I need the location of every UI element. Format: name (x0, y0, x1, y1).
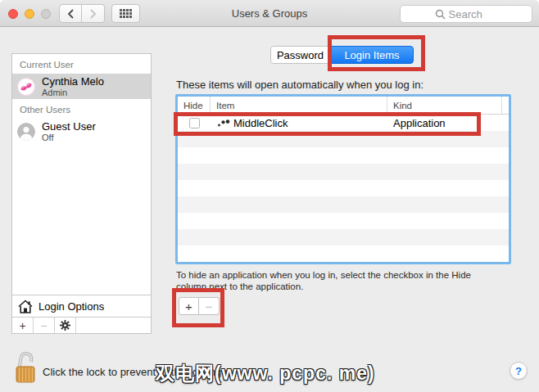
search-input[interactable] (449, 8, 498, 20)
search-icon (435, 9, 446, 20)
sidebar-toolbar: + − (12, 317, 151, 333)
empty-table-row[interactable] (178, 147, 509, 164)
login-options-label: Login Options (38, 300, 104, 313)
user-role: Admin (42, 88, 104, 97)
user-actions-button[interactable] (55, 318, 76, 333)
user-status: Off (42, 133, 96, 142)
users-groups-window: Users & Groups Current User Cynthia Melo… (0, 0, 539, 392)
add-user-button[interactable]: + (12, 318, 34, 333)
current-user-label: Current User (12, 54, 151, 74)
lips-avatar (17, 78, 35, 96)
column-header-kind[interactable]: Kind (387, 97, 502, 114)
tab-password[interactable]: Password (270, 46, 330, 64)
unlocked-padlock-icon[interactable] (15, 351, 38, 384)
column-header-item[interactable]: Item (211, 97, 387, 114)
help-button[interactable]: ? (510, 362, 528, 380)
sidebar-item-cynthia-melo[interactable]: Cynthia Melo Admin (12, 74, 151, 99)
home-icon (18, 300, 33, 313)
empty-table-row[interactable] (178, 229, 509, 246)
user-name: Guest User (42, 121, 96, 133)
column-header-hide[interactable]: Hide (178, 97, 211, 114)
empty-table-row[interactable] (178, 213, 509, 229)
watermark-text: 双电网(www. pcpc. me) (156, 361, 375, 386)
empty-table-row[interactable] (178, 180, 509, 196)
person-avatar (17, 123, 35, 141)
remove-user-button[interactable]: − (34, 318, 55, 333)
column-header-gutter (502, 97, 509, 114)
login-items-description: These items will open automatically when… (176, 79, 424, 91)
other-users-label: Other Users (12, 99, 151, 119)
user-name: Cynthia Melo (42, 76, 104, 88)
empty-table-row[interactable] (178, 246, 509, 262)
empty-table-row[interactable] (178, 164, 509, 180)
title-bar: Users & Groups (0, 0, 539, 27)
user-list-sidebar: Current User Cynthia Melo Admin Other Us… (11, 53, 152, 334)
sidebar-item-guest-user[interactable]: Guest User Off (12, 119, 151, 144)
search-field[interactable] (400, 5, 532, 23)
annotation-box-add-remove (172, 288, 224, 327)
login-options-button[interactable]: Login Options (12, 295, 151, 317)
empty-table-row[interactable] (178, 196, 509, 213)
annotation-box-login-items-tab (328, 35, 425, 71)
gear-icon (60, 320, 70, 331)
annotation-box-middleclick-row (174, 112, 481, 136)
